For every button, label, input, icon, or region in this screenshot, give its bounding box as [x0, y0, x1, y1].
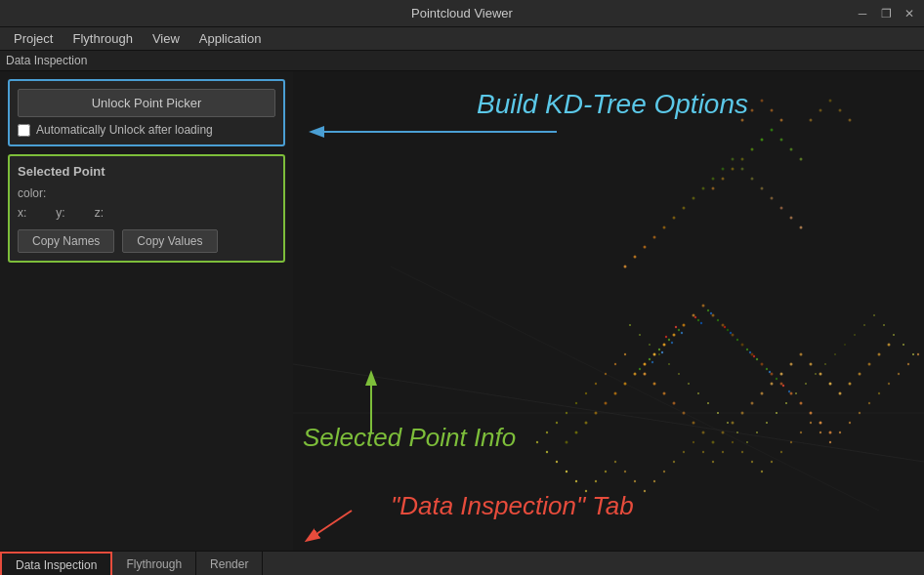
- copy-values-button[interactable]: Copy Values: [122, 229, 217, 253]
- svg-point-16: [732, 334, 735, 337]
- svg-point-37: [707, 309, 709, 311]
- svg-point-91: [663, 226, 666, 229]
- svg-point-173: [614, 461, 616, 463]
- svg-point-94: [693, 197, 695, 200]
- svg-point-153: [893, 334, 895, 336]
- svg-point-193: [810, 422, 812, 424]
- svg-point-147: [834, 353, 836, 355]
- svg-point-140: [766, 422, 768, 424]
- window-controls: ─ ❐ ✕: [852, 0, 920, 26]
- unlock-point-picker-button[interactable]: Unlock Point Picker: [18, 89, 275, 117]
- svg-point-194: [819, 431, 821, 433]
- svg-point-151: [873, 314, 875, 316]
- menu-item-project[interactable]: Project: [4, 29, 63, 48]
- minimize-button[interactable]: ─: [852, 3, 873, 24]
- svg-point-17: [741, 344, 744, 347]
- svg-point-183: [712, 461, 714, 463]
- svg-point-150: [863, 324, 865, 326]
- svg-point-26: [585, 422, 588, 425]
- svg-point-187: [751, 461, 753, 463]
- svg-point-64: [673, 402, 676, 405]
- auto-unlock-row: Automatically Unlock after loading: [18, 123, 275, 137]
- svg-point-168: [566, 471, 567, 472]
- svg-point-74: [771, 383, 774, 386]
- svg-point-143: [795, 392, 797, 394]
- svg-point-13: [702, 305, 705, 308]
- svg-point-107: [722, 178, 725, 181]
- svg-point-33: [658, 349, 660, 350]
- svg-point-38: [717, 319, 719, 321]
- menu-item-application[interactable]: Application: [189, 29, 272, 48]
- svg-point-88: [634, 256, 637, 259]
- svg-point-102: [771, 197, 774, 200]
- svg-point-8: [634, 373, 637, 376]
- svg-point-186: [741, 451, 743, 453]
- copy-names-button[interactable]: Copy Names: [18, 229, 114, 253]
- svg-point-55: [665, 336, 667, 338]
- svg-point-191: [790, 441, 792, 443]
- svg-point-188: [761, 471, 763, 472]
- svg-point-114: [790, 148, 793, 151]
- svg-point-42: [756, 358, 758, 360]
- tab-flythrough[interactable]: Flythrough: [112, 552, 196, 575]
- svg-point-198: [859, 412, 861, 414]
- svg-point-12: [693, 314, 695, 317]
- svg-point-29: [819, 422, 822, 425]
- action-buttons-row: Copy Names Copy Values: [18, 229, 275, 253]
- svg-point-116: [741, 119, 744, 122]
- svg-point-52: [749, 351, 751, 353]
- svg-point-125: [849, 119, 852, 122]
- svg-point-21: [780, 383, 783, 386]
- svg-point-117: [751, 109, 754, 112]
- svg-point-202: [898, 373, 900, 375]
- svg-point-105: [800, 226, 803, 229]
- svg-point-66: [693, 422, 695, 425]
- svg-point-201: [888, 383, 890, 385]
- menu-item-flythrough[interactable]: Flythrough: [63, 29, 142, 48]
- svg-point-146: [824, 363, 826, 365]
- svg-point-164: [546, 431, 548, 433]
- svg-point-155: [912, 353, 914, 355]
- svg-point-109: [741, 158, 744, 161]
- svg-point-48: [651, 361, 653, 363]
- svg-point-112: [771, 129, 774, 132]
- window-title: Pointcloud Viewer: [411, 6, 513, 21]
- color-row: color:: [18, 186, 275, 200]
- close-button[interactable]: ✕: [899, 3, 920, 24]
- svg-point-134: [707, 402, 709, 404]
- menu-item-view[interactable]: View: [143, 29, 189, 48]
- svg-point-122: [819, 109, 822, 112]
- 3d-viewport[interactable]: Build KD-Tree Options Selected Point Inf…: [293, 71, 924, 551]
- svg-point-56: [675, 326, 677, 328]
- svg-point-106: [712, 187, 715, 190]
- svg-point-165: [536, 441, 538, 443]
- svg-point-50: [710, 312, 712, 314]
- tab-data-inspection[interactable]: Data Inspection: [0, 552, 112, 575]
- svg-point-90: [653, 236, 656, 239]
- svg-point-82: [849, 383, 852, 386]
- auto-unlock-checkbox[interactable]: [18, 124, 30, 137]
- svg-point-167: [556, 461, 558, 463]
- svg-point-23: [800, 402, 803, 405]
- svg-point-87: [624, 266, 627, 268]
- svg-point-166: [546, 451, 548, 453]
- svg-point-41: [746, 349, 748, 350]
- restore-button[interactable]: ❐: [875, 3, 897, 24]
- tab-render[interactable]: Render: [196, 552, 263, 575]
- svg-point-182: [702, 451, 704, 453]
- svg-point-92: [673, 217, 676, 220]
- svg-point-76: [790, 363, 793, 366]
- tab-bar: Data Inspection Flythrough Render: [0, 551, 924, 575]
- svg-point-9: [624, 383, 627, 386]
- svg-point-77: [800, 353, 803, 356]
- svg-point-83: [859, 373, 861, 376]
- svg-point-96: [712, 178, 715, 181]
- breadcrumb: Data Inspection: [0, 51, 924, 71]
- svg-point-113: [780, 139, 783, 142]
- svg-point-35: [639, 368, 641, 370]
- svg-point-95: [702, 187, 705, 190]
- svg-point-184: [722, 451, 724, 453]
- svg-point-160: [585, 392, 587, 394]
- svg-point-115: [800, 158, 803, 161]
- svg-point-181: [693, 441, 694, 443]
